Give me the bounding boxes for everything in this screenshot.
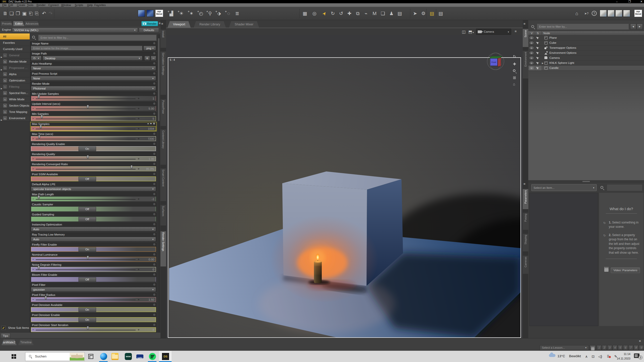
camera-view-icon[interactable]: ▤	[437, 10, 444, 17]
video-parameters-button[interactable]: Video: Parameters	[611, 267, 640, 273]
spotify-icon[interactable]	[149, 353, 156, 360]
scale-tool-icon[interactable]: ⧉	[354, 10, 361, 17]
right-strip-menu-2[interactable]: ≡	[524, 182, 526, 186]
lesson-number-1[interactable]: 1	[597, 345, 601, 350]
pan-tool-icon[interactable]: ✚	[513, 62, 516, 66]
scene-node-tonemapper-options[interactable]: Tonemapper Options	[528, 46, 644, 51]
undo-icon[interactable]: ↶	[41, 10, 47, 17]
create-sun-icon[interactable]: ◴	[198, 10, 204, 17]
daz-studio-taskbar-icon[interactable]: DS	[162, 353, 169, 360]
dock-tab-scene[interactable]: Scene	[523, 29, 528, 47]
create-camera-icon[interactable]: ▟	[168, 10, 175, 17]
figure-thumb-c[interactable]	[615, 10, 622, 17]
right-strip-menu-1[interactable]: ≡	[524, 22, 526, 26]
camera-cursor-icon[interactable]: ▤	[396, 10, 403, 17]
menu-edit[interactable]: Edit	[8, 3, 13, 7]
scene-node-camera[interactable]: Camera	[528, 56, 644, 61]
viewport-tab-render-library[interactable]: Render Library	[194, 21, 226, 28]
category-render-mode[interactable]: GRender Mode	[0, 59, 30, 65]
menu-render[interactable]: Render	[36, 3, 46, 7]
param-scrollbar[interactable]	[157, 34, 160, 344]
aim-tool-icon[interactable]: ⌂	[513, 82, 515, 86]
orbit-tool-icon[interactable]: ↻	[513, 54, 516, 59]
expand-arrow[interactable]: ▶	[542, 62, 543, 64]
joint-editor-icon[interactable]: ⌁	[363, 10, 369, 17]
category-favorites[interactable]: Favorites	[0, 40, 30, 46]
params-search-input[interactable]	[607, 184, 642, 191]
surface-selection-icon[interactable]: ▦	[302, 10, 308, 17]
selectability-cursor-icon[interactable]	[535, 56, 541, 60]
create-spotlight-icon[interactable]: ☀	[178, 10, 185, 17]
visibility-eye-icon[interactable]	[529, 51, 535, 55]
close-button[interactable]: ✕	[640, 0, 642, 3]
engine-dropdown[interactable]: NVIDIA Iray (MDL)▼	[12, 28, 138, 33]
search-daily-image[interactable]	[70, 353, 84, 360]
help-circle-icon[interactable]: ?	[592, 11, 597, 16]
scene-node-knlk-sphere-light[interactable]: ▶KNLK Sphere Light	[528, 61, 644, 66]
selectability-cursor-icon[interactable]	[535, 46, 541, 50]
help-cursor-icon[interactable]: ➤?	[583, 10, 590, 17]
figure-thumbnail-1[interactable]	[138, 10, 145, 17]
visibility-eye-icon[interactable]	[529, 61, 535, 65]
menu-help[interactable]: Help	[87, 3, 93, 7]
show-sub-items-left[interactable]: ✓Show Sub Items	[2, 326, 29, 329]
figure-thumb-a[interactable]	[600, 10, 607, 17]
selectability-cursor-icon[interactable]	[535, 61, 541, 65]
category-alpha[interactable]: GAlpha	[0, 71, 30, 77]
node-selection-icon[interactable]: ➤	[320, 9, 329, 18]
visibility-eye-icon[interactable]	[529, 35, 535, 40]
menu-scripts[interactable]: Scripts	[75, 3, 83, 7]
dock-tab-shaping[interactable]: Shaping	[523, 234, 528, 251]
create-primitive-icon[interactable]: ⬗	[216, 10, 222, 17]
edge-icon[interactable]	[100, 353, 107, 360]
tray-expand-icon[interactable]: ∧	[585, 354, 588, 358]
category-progressive-[interactable]: ▶GProgressive ...	[0, 65, 30, 71]
aspect-frame-icon[interactable]: ◫	[462, 29, 466, 34]
create-null-icon[interactable]: ◌	[225, 10, 232, 17]
gear-tool-icon[interactable]: ⚙	[420, 10, 427, 17]
open-icon[interactable]: ❏	[8, 10, 15, 17]
layout-list-icon[interactable]: ≣	[234, 10, 240, 17]
category-environment[interactable]: ▶GEnvironment	[0, 115, 30, 121]
weather-temp[interactable]: 13°C	[557, 354, 565, 358]
gizmo-front-face[interactable]: Front	[490, 58, 498, 66]
menu-connect[interactable]: Connect	[48, 3, 59, 7]
scene-forward-button[interactable]: ►	[637, 24, 643, 30]
category-filtering[interactable]: ▶GFiltering	[0, 84, 30, 90]
param-filter-input[interactable]: Enter text to filter by...	[38, 35, 156, 41]
menu-file[interactable]: File	[2, 3, 7, 7]
viewport-canvas[interactable]: 5 : 4 Front ↻ ✚ ⊞ ⌂	[166, 35, 523, 338]
redo-icon[interactable]: ↷	[47, 10, 54, 17]
render-button[interactable]: Render	[141, 21, 158, 26]
defaults-button[interactable]: Defaults	[139, 28, 159, 33]
selectability-cursor-icon[interactable]	[535, 51, 541, 55]
dock-tab-posing[interactable]: Posing	[523, 213, 528, 230]
scene-node-cube[interactable]: Cube	[528, 40, 644, 46]
tab-editor[interactable]: Editor	[13, 21, 24, 26]
minimize-button[interactable]: –	[616, 0, 618, 3]
category-currently-used[interactable]: Currently Used	[0, 46, 30, 52]
menu-create[interactable]: Create	[17, 3, 25, 7]
bottom-tab-timeline[interactable]: Timeline	[18, 340, 34, 345]
layers-icon[interactable]: ❏	[380, 10, 386, 17]
pdf-manual-icon-2[interactable]: PDF Manual	[634, 10, 642, 17]
viewport-tab-viewport[interactable]: Viewport	[168, 21, 191, 28]
lesson-number-7[interactable]: 7	[628, 345, 633, 350]
create-pointlight-icon[interactable]: ✶	[188, 10, 195, 17]
dock-tab-parameters[interactable]: Parameters	[523, 189, 528, 209]
scene-col-s[interactable]: S	[537, 32, 539, 35]
save-icon[interactable]: ▣	[21, 10, 28, 17]
category-optimization[interactable]: GOptimization	[0, 77, 30, 84]
dock-tab-smart-content[interactable]: Smart Content	[160, 168, 166, 201]
category-section-objects[interactable]: GSection Objects	[0, 103, 30, 109]
tab-advanced[interactable]: Advanced	[25, 21, 39, 26]
scene-col-node[interactable]: Node	[543, 32, 550, 35]
dock-tab-powerpose[interactable]: PowerPose	[160, 99, 166, 126]
menu-tools[interactable]: Tools	[27, 3, 33, 7]
taskbar-clock[interactable]: 11:1414.11.2023	[614, 352, 630, 361]
lesson-number-2[interactable]: 2	[602, 345, 607, 350]
lesson-dropdown[interactable]: Select a Lesson...▼	[540, 345, 589, 350]
bottombar-menu-icon[interactable]: ≡	[639, 339, 641, 343]
volume-icon[interactable]: ◁)	[598, 354, 602, 358]
rotate-tool-icon[interactable]: ↺	[338, 10, 344, 17]
